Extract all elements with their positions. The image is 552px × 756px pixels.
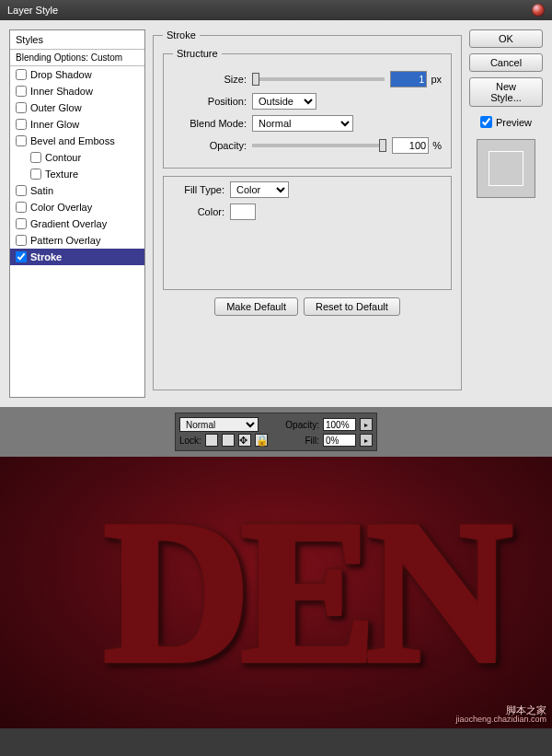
structure-legend: Structure — [173, 48, 222, 59]
fill-type-label: Fill Type: — [173, 184, 224, 195]
position-select[interactable]: Outside — [252, 93, 316, 110]
checkbox-satin[interactable] — [16, 185, 27, 196]
lock-transparency-icon[interactable] — [205, 434, 218, 447]
fill-flyout-icon[interactable]: ▸ — [360, 434, 373, 447]
opacity-unit: % — [432, 140, 442, 151]
checkbox-bevel[interactable] — [16, 135, 27, 146]
style-drop-shadow[interactable]: Drop Shadow — [10, 66, 144, 83]
lock-pixels-icon[interactable] — [222, 434, 235, 447]
opacity-slider[interactable] — [252, 144, 386, 147]
checkbox-drop-shadow[interactable] — [16, 69, 27, 80]
action-buttons-panel: OK Cancel New Style... Preview — [469, 29, 543, 398]
lock-position-icon[interactable]: ✥ — [238, 434, 251, 447]
preview-toggle[interactable]: Preview — [469, 116, 543, 128]
style-inner-shadow[interactable]: Inner Shadow — [10, 83, 144, 99]
checkbox-inner-glow[interactable] — [16, 119, 27, 130]
checkbox-stroke[interactable] — [16, 251, 27, 262]
preview-thumbnail — [477, 139, 535, 198]
lock-label: Lock: — [179, 436, 201, 446]
reset-default-button[interactable]: Reset to Default — [304, 297, 400, 316]
stroke-group: Stroke Structure Size: px Position: Outs… — [153, 29, 462, 390]
layer-opacity-label: Opacity: — [285, 420, 319, 430]
ok-button[interactable]: OK — [469, 29, 543, 48]
checkbox-gradient-overlay[interactable] — [16, 218, 27, 229]
opacity-flyout-icon[interactable]: ▸ — [360, 418, 373, 431]
make-default-button[interactable]: Make Default — [214, 297, 298, 316]
style-gradient-overlay[interactable]: Gradient Overlay — [10, 215, 144, 232]
stroke-settings-panel: Stroke Structure Size: px Position: Outs… — [153, 29, 462, 398]
checkbox-color-overlay[interactable] — [16, 202, 27, 213]
window-orb-icon — [532, 4, 545, 17]
color-swatch[interactable] — [230, 204, 256, 220]
opacity-label: Opacity: — [173, 140, 247, 151]
size-input[interactable] — [390, 71, 427, 87]
size-label: Size: — [173, 74, 247, 85]
layer-opacity-input[interactable] — [323, 418, 356, 431]
fill-group: Fill Type: Color Color: — [163, 176, 452, 290]
preview-label: Preview — [496, 117, 532, 128]
style-pattern-overlay[interactable]: Pattern Overlay — [10, 232, 144, 249]
style-stroke[interactable]: Stroke — [10, 249, 144, 265]
checkbox-outer-glow[interactable] — [16, 102, 27, 113]
window-title: Layer Style — [7, 5, 58, 16]
size-unit: px — [431, 74, 442, 85]
title-bar: Layer Style — [0, 0, 552, 20]
style-texture[interactable]: Texture — [10, 166, 144, 182]
opacity-input[interactable] — [392, 137, 429, 154]
new-style-button[interactable]: New Style... — [469, 77, 543, 107]
fill-type-select[interactable]: Color — [230, 181, 289, 198]
checkbox-inner-shadow[interactable] — [16, 86, 27, 97]
blend-mode-select[interactable]: Normal — [252, 115, 353, 132]
layer-style-dialog: Styles Blending Options: Custom Drop Sha… — [0, 20, 552, 407]
style-color-overlay[interactable]: Color Overlay — [10, 199, 144, 215]
style-outer-glow[interactable]: Outer Glow — [10, 99, 144, 116]
preview-checkbox[interactable] — [480, 116, 492, 128]
layer-blend-select[interactable]: Normal — [179, 417, 259, 432]
blend-mode-label: Blend Mode: — [173, 118, 247, 129]
cancel-button[interactable]: Cancel — [469, 53, 543, 72]
style-inner-glow[interactable]: Inner Glow — [10, 116, 144, 133]
style-contour[interactable]: Contour — [10, 149, 144, 166]
structure-group: Structure Size: px Position: Outside Ble… — [163, 48, 452, 169]
style-satin[interactable]: Satin — [10, 182, 144, 199]
stroke-legend: Stroke — [163, 29, 200, 41]
watermark: 脚本之家 jiaocheng.chazidian.com — [455, 704, 546, 725]
lock-all-icon[interactable]: 🔒 — [255, 434, 268, 447]
styles-list: Styles Blending Options: Custom Drop Sha… — [9, 29, 145, 398]
checkbox-contour[interactable] — [30, 152, 41, 163]
gold-text-sample: DEN — [104, 476, 504, 709]
layer-fill-input[interactable] — [323, 434, 356, 447]
checkbox-pattern-overlay[interactable] — [16, 235, 27, 246]
color-label: Color: — [173, 206, 224, 217]
position-label: Position: — [173, 96, 247, 107]
size-slider[interactable] — [252, 77, 385, 81]
style-bevel[interactable]: Bevel and Emboss — [10, 133, 144, 149]
checkbox-texture[interactable] — [30, 169, 41, 180]
styles-header[interactable]: Styles — [10, 30, 144, 50]
layers-panel-strip: Normal Opacity: ▸ Lock: ✥ 🔒 Fill: ▸ — [0, 407, 552, 457]
result-preview-image: DEN 脚本之家 jiaocheng.chazidian.com — [0, 457, 552, 728]
blending-options-header[interactable]: Blending Options: Custom — [10, 50, 144, 66]
layer-fill-label: Fill: — [305, 436, 319, 446]
